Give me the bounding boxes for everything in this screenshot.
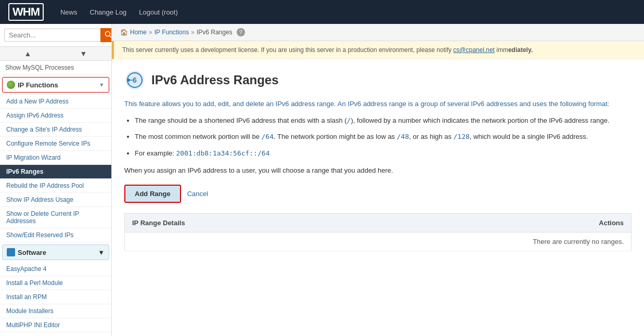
bullet-list: The range should be a shortened IPv6 add… (135, 115, 632, 159)
license-notice: This server currently uses a development… (112, 41, 644, 59)
top-navigation: WHM News Change Log Logout (root) (0, 0, 644, 24)
scroll-down-button[interactable]: ▼ (56, 47, 111, 60)
sidebar-item-easyapache[interactable]: EasyApache 4 (0, 262, 111, 276)
svg-text:6: 6 (133, 76, 137, 84)
software-dropdown-icon: ▼ (98, 249, 105, 256)
sidebar-item-ipv6-ranges[interactable]: IPv6 Ranges (0, 165, 111, 179)
search-button[interactable] (100, 28, 112, 42)
breadcrumb-sep2: » (191, 29, 195, 36)
page-icon: 6 (124, 70, 145, 91)
search-input[interactable] (4, 29, 100, 42)
sidebar-item-show-usage[interactable]: Show IP Address Usage (0, 193, 111, 207)
sidebar-search-container (0, 24, 111, 47)
sidebar-item-install-rpm[interactable]: Install an RPM (0, 290, 111, 304)
search-icon (105, 31, 112, 38)
page-title: IPv6 Address Ranges (151, 73, 279, 87)
software-section-header[interactable]: Software ▼ (2, 244, 109, 260)
action-buttons: Add Range Cancel (124, 185, 632, 203)
svg-line-1 (110, 36, 112, 38)
help-icon[interactable]: ? (237, 28, 245, 36)
page-title-row: 6 IPv6 Address Ranges (124, 70, 632, 91)
sidebar-item-configure-remote[interactable]: Configure Remote Service IPs (0, 137, 111, 151)
ipv6-ranges-icon: 6 (124, 70, 145, 91)
ip-functions-icon (7, 81, 15, 89)
assign-note: When you assign an IPv6 address to a use… (124, 166, 632, 174)
nav-news[interactable]: News (60, 8, 78, 16)
sidebar-item-module-installers[interactable]: Module Installers (0, 304, 111, 318)
sidebar-scroll-buttons: ▲ ▼ (0, 47, 111, 61)
ip-range-table: IP Range Details Actions There are curre… (124, 213, 632, 251)
main-layout: ▲ ▼ Show MySQL Processes IP Functions ▼ … (0, 24, 644, 336)
cancel-button[interactable]: Cancel (187, 190, 208, 198)
bullet-item-2: The most common network portion will be … (135, 132, 632, 142)
whm-logo: WHM (8, 3, 44, 21)
table-empty-message: There are currently no ranges. (125, 232, 632, 251)
sidebar-item-reserved-ips[interactable]: Show/Edit Reserved IPs (0, 228, 111, 242)
sidebar-item-multiphp-ini[interactable]: MultiPHP INI Editor (0, 318, 111, 332)
add-range-button[interactable]: Add Range (124, 185, 181, 203)
breadcrumb-current: IPv6 Ranges (197, 29, 233, 36)
main-content: 6 IPv6 Address Ranges This feature allow… (112, 59, 644, 336)
sidebar-item-change-site-ip[interactable]: Change a Site's IP Address (0, 123, 111, 137)
page-description: This feature allows you to add, edit, an… (124, 99, 632, 109)
bullet-item-1: The range should be a shortened IPv6 add… (135, 115, 632, 126)
table-body: There are currently no ranges. (125, 232, 632, 251)
software-title: Software (7, 248, 46, 256)
license-email-link[interactable]: cs@cpanel.net (453, 46, 495, 54)
nav-changelog[interactable]: Change Log (90, 8, 127, 16)
ip-functions-section-header[interactable]: IP Functions ▼ (2, 77, 109, 93)
nav-logout[interactable]: Logout (root) (139, 8, 177, 16)
content-area: 🏠 Home » IP Functions » IPv6 Ranges ? Th… (112, 24, 644, 336)
table-header: IP Range Details Actions (125, 214, 632, 232)
sidebar-item-assign-ipv6[interactable]: Assign IPv6 Address (0, 109, 111, 123)
breadcrumb-home-icon: 🏠 (120, 29, 128, 36)
breadcrumb-home-link[interactable]: Home (130, 29, 147, 36)
sidebar-item-perl-module[interactable]: Install a Perl Module (0, 276, 111, 290)
svg-point-5 (127, 79, 130, 82)
sidebar-item-add-ip[interactable]: Add a New IP Address (0, 95, 111, 109)
sidebar-item-show-delete[interactable]: Show or Delete Current IP Addresses (0, 207, 111, 228)
col-actions: Actions (569, 214, 632, 232)
sidebar-item-rebuild-pool[interactable]: Rebuild the IP Address Pool (0, 179, 111, 193)
sidebar-item-ip-migration[interactable]: IP Migration Wizard (0, 151, 111, 165)
prev-menu-item: Show MySQL Processes (0, 61, 111, 75)
breadcrumb: 🏠 Home » IP Functions » IPv6 Ranges ? (112, 24, 644, 41)
col-ip-range-details: IP Range Details (125, 214, 569, 232)
bullet-item-3: For example: 2001:db8:1a34:56cf::/64 (135, 148, 632, 159)
sidebar: ▲ ▼ Show MySQL Processes IP Functions ▼ … (0, 24, 112, 336)
breadcrumb-parent-link[interactable]: IP Functions (154, 29, 189, 36)
svg-point-0 (106, 32, 110, 36)
scroll-up-button[interactable]: ▲ (0, 47, 56, 60)
ip-functions-dropdown-icon: ▼ (99, 82, 105, 88)
breadcrumb-sep1: » (149, 29, 152, 36)
software-icon (7, 248, 15, 256)
table-empty-row: There are currently no ranges. (125, 232, 632, 251)
ip-functions-title: IP Functions (7, 81, 58, 89)
